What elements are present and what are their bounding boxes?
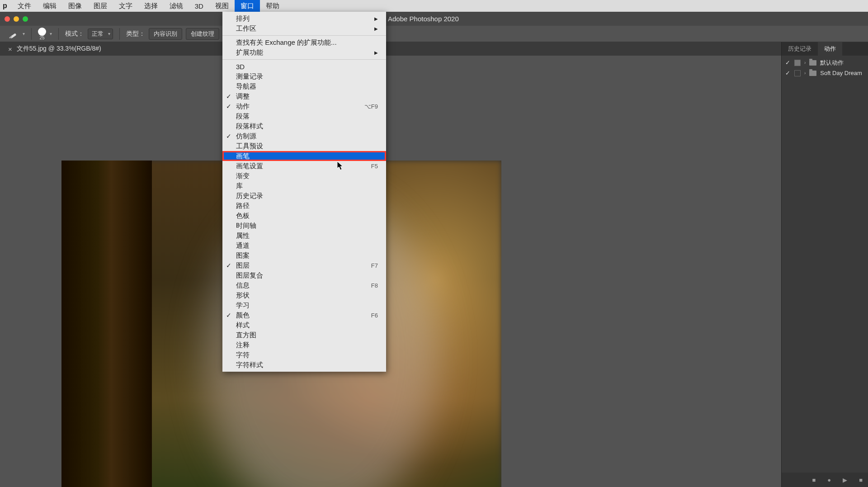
check-icon: ✓: [226, 93, 231, 100]
menu-type[interactable]: 文字: [113, 0, 138, 12]
stop-icon[interactable]: ■: [859, 477, 863, 483]
menu-item-label: 调整: [236, 92, 250, 101]
actions-list: ✓›默认动作✓›Soft Day Dream: [782, 56, 868, 80]
canvas-area: [0, 56, 868, 487]
menu-item[interactable]: 属性: [222, 231, 386, 241]
menu-item[interactable]: ✓仿制源: [222, 131, 386, 141]
window-menu-dropdown: 排列工作区查找有关 Exchange 的扩展功能...扩展功能3D测量记录导航器…: [222, 12, 386, 372]
check-icon[interactable]: ✓: [784, 59, 791, 66]
menu-separator: [222, 35, 386, 36]
menu-item-label: 扩展功能: [236, 48, 263, 57]
menu-item[interactable]: 路径: [222, 201, 386, 211]
menu-item[interactable]: 历史记录: [222, 191, 386, 201]
action-set-row[interactable]: ✓›Soft Day Dream: [782, 68, 868, 78]
menu-item[interactable]: ✓图层F7: [222, 260, 386, 270]
menu-select[interactable]: 选择: [138, 0, 164, 12]
menu-item[interactable]: 样式: [222, 320, 386, 330]
menu-item[interactable]: 段落样式: [222, 121, 386, 131]
chevron-right-icon[interactable]: ›: [804, 60, 806, 65]
check-icon: ✓: [226, 312, 231, 319]
menu-item-label: 工具预设: [236, 142, 263, 151]
mode-label: 模式：: [65, 30, 84, 38]
stop-icon[interactable]: ■: [812, 477, 816, 483]
menu-help[interactable]: 帮助: [260, 0, 285, 12]
menu-item[interactable]: 时间轴: [222, 221, 386, 231]
menu-item[interactable]: 查找有关 Exchange 的扩展功能...: [222, 38, 386, 47]
maximize-window-button[interactable]: [23, 16, 28, 22]
menu-item[interactable]: 画笔设置F5: [222, 161, 386, 171]
menu-item-label: 样式: [236, 321, 250, 330]
menu-item[interactable]: 色板: [222, 211, 386, 221]
document-tab[interactable]: × 文件55.jpg @ 33.3%(RGB/8#): [4, 45, 106, 53]
menu-item[interactable]: 测量记录: [222, 71, 386, 81]
menu-window[interactable]: 窗口: [235, 0, 260, 12]
chevron-right-icon[interactable]: ›: [804, 71, 806, 76]
menu-item[interactable]: ✓颜色F6: [222, 310, 386, 320]
close-window-button[interactable]: [5, 16, 10, 22]
menu-item[interactable]: 3D: [222, 61, 386, 71]
menu-item-label: 学习: [236, 301, 250, 310]
menu-item[interactable]: 画笔: [222, 151, 386, 161]
menu-item[interactable]: 学习: [222, 300, 386, 310]
check-icon: ✓: [226, 103, 231, 110]
menu-item[interactable]: 注释: [222, 340, 386, 350]
options-bar: ▾ 25 ▾ 模式： 正常 类型： 内容识别 创建纹理 近似匹: [0, 26, 868, 42]
document-tabs: × 文件55.jpg @ 33.3%(RGB/8#): [0, 42, 868, 56]
chevron-down-icon[interactable]: ▾: [23, 31, 25, 36]
healing-brush-tool-icon[interactable]: [8, 28, 19, 39]
menu-file[interactable]: 文件: [12, 0, 37, 12]
menu-item[interactable]: 导航器: [222, 81, 386, 91]
mode-select[interactable]: 正常: [88, 28, 113, 39]
type-create-texture-button[interactable]: 创建纹理: [186, 28, 219, 40]
menu-item[interactable]: 字符样式: [222, 360, 386, 370]
menu-item[interactable]: 段落: [222, 111, 386, 121]
menu-item[interactable]: 图案: [222, 251, 386, 260]
check-icon: ✓: [226, 262, 231, 269]
brush-preview[interactable]: 25: [38, 28, 46, 40]
menu-item[interactable]: 渐变: [222, 171, 386, 181]
menu-item[interactable]: 字符: [222, 350, 386, 360]
folder-icon: [809, 60, 816, 66]
menu-item[interactable]: 直方图: [222, 330, 386, 340]
svg-rect-0: [10, 33, 16, 38]
minimize-window-button[interactable]: [14, 16, 19, 22]
menu-item-label: 排列: [236, 14, 250, 23]
check-icon[interactable]: ✓: [784, 70, 791, 76]
menu-layer[interactable]: 图层: [88, 0, 113, 12]
type-content-aware-button[interactable]: 内容识别: [149, 28, 182, 40]
chevron-down-icon[interactable]: ▾: [50, 31, 52, 36]
menu-item[interactable]: 形状: [222, 290, 386, 300]
menu-item-label: 仿制源: [236, 132, 256, 141]
play-icon[interactable]: ▶: [843, 477, 847, 483]
menu-item[interactable]: 排列: [222, 14, 386, 24]
menu-item[interactable]: 库: [222, 181, 386, 191]
menu-item[interactable]: ✓调整: [222, 91, 386, 101]
menu-item[interactable]: ✓动作⌥F9: [222, 101, 386, 111]
toggle-dialog-icon[interactable]: [794, 60, 801, 66]
menu-item-label: 颜色: [236, 311, 250, 320]
menu-item-label: 图层: [236, 261, 250, 270]
menu-item-label: 导航器: [236, 82, 256, 91]
tab-history[interactable]: 历史记录: [782, 42, 818, 56]
menu-item[interactable]: 工具预设: [222, 141, 386, 151]
menu-item[interactable]: 工作区: [222, 24, 386, 33]
brush-size-label: 25: [39, 36, 44, 40]
menu-image[interactable]: 图像: [62, 0, 88, 12]
menu-separator: [222, 59, 386, 60]
tab-actions[interactable]: 动作: [818, 42, 842, 56]
menu-view[interactable]: 视图: [209, 0, 235, 12]
toggle-dialog-icon[interactable]: [794, 70, 801, 76]
record-icon[interactable]: ●: [827, 477, 831, 483]
menu-edit[interactable]: 编辑: [37, 0, 62, 12]
close-tab-icon[interactable]: ×: [8, 45, 12, 53]
menu-item[interactable]: 扩展功能: [222, 47, 386, 57]
menu-item-label: 时间轴: [236, 222, 256, 230]
menu-item-label: 属性: [236, 232, 250, 240]
menu-item[interactable]: 图层复合: [222, 270, 386, 280]
action-set-row[interactable]: ✓›默认动作: [782, 57, 868, 68]
menu-item[interactable]: 通道: [222, 241, 386, 251]
menu-filter[interactable]: 滤镜: [164, 0, 189, 12]
menu-item[interactable]: 信息F8: [222, 280, 386, 290]
menu-item-label: 图层复合: [236, 271, 263, 280]
menu-3d[interactable]: 3D: [189, 0, 209, 12]
